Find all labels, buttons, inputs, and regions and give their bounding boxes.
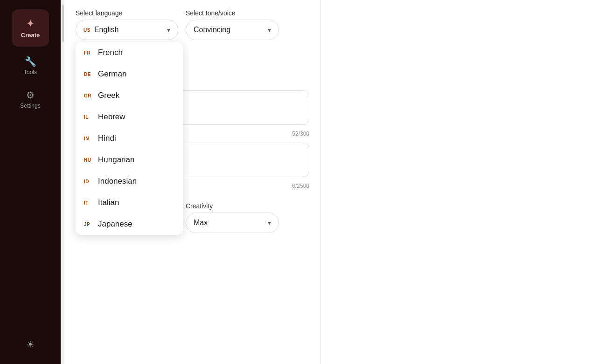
settings-label: Settings <box>20 103 40 109</box>
language-dropdown: FRFrenchDEGermanGRGreekILHebrewINHindiHU… <box>76 42 183 235</box>
lang-label: Hebrew <box>98 112 125 122</box>
lang-label: French <box>98 48 123 57</box>
content-panel: Select language US English ▾ FRFrenchDEG… <box>64 0 321 364</box>
language-dropdown-item[interactable]: ITItalian <box>76 192 183 213</box>
lang-label: Indonesian <box>98 177 137 186</box>
lang-code: GR <box>84 93 93 98</box>
language-dropdown-item[interactable]: GRGreek <box>76 85 183 106</box>
create-button[interactable]: ✦ Create <box>12 9 49 47</box>
language-dropdown-item[interactable]: JPJapanese <box>76 213 183 235</box>
language-dropdown-item[interactable]: HUHungarian <box>76 149 183 171</box>
brightness-icon: ☀ <box>26 339 35 350</box>
sidebar-item-brightness[interactable]: ☀ <box>0 334 61 355</box>
language-select-wrapper: US English ▾ FRFrenchDEGermanGRGreekILHe… <box>76 20 178 40</box>
lang-code: IT <box>84 200 93 206</box>
tools-label: Tools <box>24 69 37 76</box>
language-tone-row: Select language US English ▾ FRFrenchDEG… <box>76 9 309 40</box>
sidebar-item-settings[interactable]: ⚙ Settings <box>0 85 61 114</box>
tone-group: Select tone/voice Convincing ▾ <box>186 9 279 40</box>
settings-icon: ⚙ <box>26 89 35 101</box>
creativity-select-button[interactable]: Max ▾ <box>186 213 279 233</box>
create-icon: ✦ <box>26 18 35 30</box>
lang-label: Greek <box>98 91 119 100</box>
language-dropdown-list[interactable]: FRFrenchDEGermanGRGreekILHebrewINHindiHU… <box>76 42 183 235</box>
content-char-count: 6/2500 <box>292 183 309 189</box>
tools-icon: 🔧 <box>25 56 36 67</box>
lang-code: JP <box>84 222 93 227</box>
lang-label: Japanese <box>98 220 132 229</box>
tone-select-button[interactable]: Convincing ▾ <box>186 20 279 40</box>
tone-value: Convincing <box>194 26 230 34</box>
lang-code: IN <box>84 136 93 141</box>
creativity-label: Creativity <box>186 202 279 210</box>
main-content: Select language US English ▾ FRFrenchDEG… <box>61 0 598 364</box>
creativity-group: Creativity Max ▾ <box>186 202 279 233</box>
creativity-value: Max <box>194 219 208 227</box>
lang-code: IL <box>84 115 93 120</box>
language-dropdown-item[interactable]: DEGerman <box>76 63 183 85</box>
sidebar: ✦ Create 🔧 Tools ⚙ Settings ☀ <box>0 0 61 364</box>
language-code: US <box>83 27 90 33</box>
create-label: Create <box>21 32 40 39</box>
lang-code: ID <box>84 179 93 184</box>
scrollbar-thumb <box>62 5 64 42</box>
language-dropdown-item[interactable]: FRFrench <box>76 42 183 63</box>
lang-code: DE <box>84 72 93 77</box>
panel-scrollbar[interactable] <box>61 0 64 364</box>
tone-label: Select tone/voice <box>186 9 279 17</box>
language-group: Select language US English ▾ FRFrenchDEG… <box>76 9 178 40</box>
lang-code: HU <box>84 158 93 163</box>
language-dropdown-item[interactable]: INHindi <box>76 128 183 149</box>
lang-label: Hindi <box>98 134 116 143</box>
language-chevron-icon: ▾ <box>167 26 170 34</box>
tone-chevron-icon: ▾ <box>268 26 271 34</box>
language-dropdown-item[interactable]: IDIndonesian <box>76 171 183 192</box>
sidebar-item-tools[interactable]: 🔧 Tools <box>0 51 61 80</box>
language-label: Select language <box>76 9 178 17</box>
language-value: English <box>94 26 118 34</box>
lang-code: FR <box>84 50 93 55</box>
language-dropdown-item[interactable]: ILHebrew <box>76 106 183 128</box>
creativity-chevron-icon: ▾ <box>268 219 271 227</box>
language-select-button[interactable]: US English ▾ <box>76 20 178 40</box>
lang-label: Hungarian <box>98 155 134 165</box>
right-panel <box>321 0 598 364</box>
lang-label: Italian <box>98 198 119 207</box>
lang-label: German <box>98 69 126 79</box>
